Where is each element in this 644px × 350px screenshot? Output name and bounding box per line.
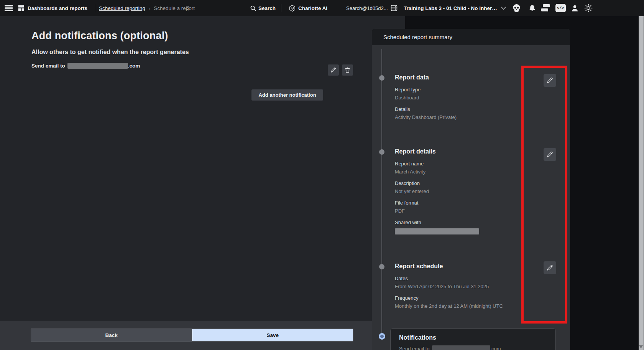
chevron-down-icon[interactable] — [499, 0, 507, 16]
summary-section-report-schedule: Report schedule Dates From Wed Apr 02 20… — [395, 263, 518, 309]
notifications-email-row: Send email to .com — [399, 345, 547, 350]
breadcrumb: Scheduled reporting › Schedule a report — [99, 0, 195, 16]
scrollbar-down-arrow-icon[interactable] — [639, 345, 643, 348]
notification-email-row: Send email to .com — [31, 63, 140, 69]
data-stack-icon[interactable] — [389, 0, 399, 16]
timeline-line — [381, 49, 382, 336]
top-navbar: Dashboards and reports Scheduled reporti… — [0, 0, 644, 16]
delete-notification-button[interactable] — [342, 64, 353, 76]
account-identifier-text: Search@1d05d2... — [346, 5, 388, 11]
code-chip: </> — [555, 4, 566, 12]
search-label: Search — [258, 5, 276, 11]
edit-report-schedule-button[interactable] — [544, 261, 556, 274]
step-dot-report-schedule — [379, 264, 384, 269]
field-label: Frequency — [395, 295, 518, 301]
nav-divider-2 — [281, 4, 281, 12]
search-icon[interactable] — [249, 0, 257, 16]
page-subtitle: Allow others to get notified when the re… — [31, 49, 189, 56]
field-label: Report type — [395, 87, 518, 92]
email-suffix-label: .com — [490, 346, 501, 350]
skull-icon[interactable] — [511, 0, 522, 16]
field-label: Dates — [395, 276, 518, 281]
redacted-email-value — [432, 345, 490, 350]
bell-icon[interactable] — [527, 0, 537, 16]
breadcrumb-link-scheduled-reporting[interactable]: Scheduled reporting — [99, 5, 145, 11]
section-heading: Report schedule — [395, 263, 518, 270]
back-button[interactable]: Back — [31, 329, 192, 341]
summary-section-report-details: Report details Report name March Activit… — [395, 148, 518, 234]
trash-icon — [344, 67, 351, 73]
field-label: Report name — [395, 161, 518, 167]
tenant-selector[interactable]: Training Labs 3 - 01 Child - No Inherita… — [404, 0, 498, 16]
redacted-email-value — [67, 63, 128, 69]
step-dot-report-data — [379, 75, 384, 81]
field-value: From Wed Apr 02 2025 to Thu Jul 31 2025 — [395, 284, 518, 289]
step-dot-report-details — [379, 149, 384, 155]
field-value: Activity Dashboard (Private) — [395, 114, 518, 120]
field-value: Not yet entered — [395, 188, 518, 194]
search-nav-button[interactable]: Search — [258, 0, 276, 16]
red-highlight-rectangle — [521, 66, 567, 324]
account-identifier[interactable]: Search@1d05d2... — [346, 0, 388, 16]
redacted-shared-with-value — [395, 228, 479, 234]
dashboards-app-icon[interactable] — [17, 0, 25, 16]
user-icon[interactable] — [570, 0, 580, 16]
section-heading: Report details — [395, 148, 518, 155]
field-value: Dashboard — [395, 95, 518, 101]
edit-report-details-button[interactable] — [544, 148, 556, 161]
pencil-icon — [330, 67, 337, 73]
field-label: File format — [395, 200, 518, 206]
code-icon[interactable]: </> — [555, 0, 566, 16]
field-value: PDF — [395, 208, 518, 214]
field-label: Shared with — [395, 220, 518, 225]
charlotte-ai-icon[interactable] — [288, 0, 297, 16]
summary-panel-header: Scheduled report summary — [372, 29, 570, 45]
step-dot-notifications-active — [379, 333, 385, 340]
add-another-notification-button[interactable]: Add another notification — [251, 89, 323, 101]
app-section-label: Dashboards and reports — [28, 5, 87, 11]
page-title: Add notifications (optional) — [31, 30, 168, 42]
email-suffix-label: .com — [128, 63, 140, 69]
window-scrollbar[interactable] — [639, 16, 644, 350]
bookmark-icon[interactable] — [183, 0, 192, 16]
nav-divider — [95, 4, 95, 12]
app-section-title[interactable]: Dashboards and reports — [28, 0, 87, 16]
scheduled-report-summary-panel: Scheduled report summary Report data Rep… — [372, 29, 570, 350]
field-value: Monthly on the 2nd day at 12 AM (midnigh… — [395, 303, 518, 309]
edit-notification-button[interactable] — [328, 64, 339, 76]
summary-panel-body: Report data Report type Dashboard Detail… — [372, 45, 570, 350]
sun-icon[interactable] — [583, 0, 593, 16]
notifications-heading: Notifications — [399, 334, 547, 341]
charlotte-ai-label: Charlotte AI — [298, 5, 327, 11]
pencil-icon — [546, 151, 554, 158]
email-prefix-label: Send email to — [31, 63, 65, 69]
save-button[interactable]: Save — [192, 329, 353, 341]
tenant-selector-label: Training Labs 3 - 01 Child - No Inherita… — [404, 5, 498, 11]
chat-icon[interactable] — [540, 0, 551, 16]
pencil-icon — [546, 264, 554, 271]
pencil-icon — [546, 77, 554, 84]
footer-bar: Back Save — [0, 320, 405, 350]
email-prefix-label: Send email to — [399, 346, 430, 350]
edit-report-data-button[interactable] — [544, 74, 556, 87]
charlotte-ai-button[interactable]: Charlotte AI — [298, 0, 327, 16]
notifications-summary-card: Notifications Send email to .com — [390, 329, 556, 350]
summary-section-report-data: Report data Report type Dashboard Detail… — [395, 74, 518, 120]
app-root: Dashboards and reports Scheduled reporti… — [0, 0, 644, 350]
field-label: Description — [395, 180, 518, 186]
field-value: March Activity — [395, 169, 518, 175]
hamburger-menu-icon[interactable] — [3, 0, 15, 16]
main-content: Add notifications (optional) Allow other… — [0, 16, 405, 350]
field-label: Details — [395, 106, 518, 112]
breadcrumb-separator: › — [149, 5, 151, 11]
footer-button-group: Back Save — [31, 329, 353, 342]
section-heading: Report data — [395, 74, 518, 81]
